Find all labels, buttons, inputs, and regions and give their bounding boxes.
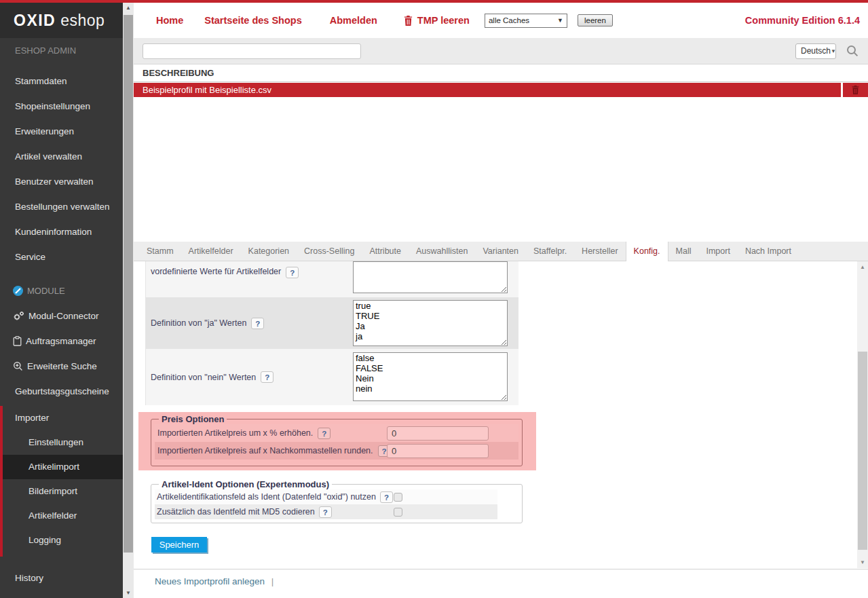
help-icon[interactable]: ? [286,267,299,278]
delete-profile-button[interactable] [843,83,868,97]
footer: Neues Importprofil anlegen | [155,576,273,586]
tab-konfig-active[interactable]: Konfig. [626,242,668,262]
tab-staffelpr[interactable]: Staffelpr. [526,242,574,261]
cache-select[interactable]: alle Caches ▼ [485,14,567,28]
shop-start-link[interactable]: Startseite des Shops [204,15,301,26]
tab-import[interactable]: Import [698,242,737,261]
oxid-admin-window: OXID eshop ESHOP ADMIN Stammdaten Shopei… [0,0,868,598]
sidebar-item-logging[interactable]: Logging [3,528,123,553]
tab-nach-import[interactable]: Nach Import [738,242,799,261]
sidebar-scrollbar[interactable]: ▲ ▼ [123,3,134,598]
sidebar-module-nav: Modul-Connector Auftragsmanager Erweiter… [0,303,123,404]
sidebar-item-einstellungen[interactable]: Einstellungen [3,430,123,455]
sidebar-item-label: Erweiterte Suche [27,354,97,379]
footer-separator: | [271,576,274,586]
profile-row: Beispielprofil mit Beispielliste.csv [134,83,868,97]
sidebar-item-artikelimport-active[interactable]: Artikelimport [3,455,123,479]
price-options-fieldset: Preis Optionen Importierten Artikelpreis… [151,414,523,466]
chevron-down-icon: ▼ [557,17,563,24]
sidebar-item-importer[interactable]: Importer [3,406,123,430]
nein-werte-textarea[interactable]: false FALSE Nein nein [353,352,508,401]
tab-varianten[interactable]: Varianten [475,242,526,261]
sidebar-item-benutzer-verwalten[interactable]: Benutzer verwalten [0,169,123,194]
price-options-legend: Preis Optionen [159,414,227,424]
search-bar: Deutsch ▼ [134,38,868,64]
clear-cache-button[interactable]: leeren [578,14,613,26]
sidebar-item-label: Modul-Connector [29,303,99,329]
preis-erhoehen-input[interactable] [387,426,489,441]
tab-stamm[interactable]: Stamm [139,242,181,261]
sidebar-module-header: MODULE [0,278,123,303]
ident-oxid-checkbox[interactable] [394,493,402,502]
sidebar: OXID eshop ESHOP ADMIN Stammdaten Shopei… [0,3,123,598]
help-icon[interactable]: ? [319,506,332,518]
sidebar-item-partial[interactable]: Exporter [0,591,123,598]
sidebar-section-label: ESHOP ADMIN [15,45,76,56]
search-input[interactable] [143,43,361,59]
content-scrollbar[interactable]: ▲ ▼ [857,261,868,568]
tab-auswahllisten[interactable]: Auswahllisten [409,242,475,261]
sidebar-item-kundeninformation[interactable]: Kundeninformation [0,219,123,244]
sidebar-scrollbar-thumb[interactable] [124,15,133,553]
tab-kategorien[interactable]: Kategorien [241,242,297,261]
scroll-up-icon[interactable]: ▲ [857,264,868,270]
sidebar-item-shopeinstellungen[interactable]: Shopeinstellungen [0,94,123,119]
logout-link[interactable]: Abmelden [330,15,377,26]
scroll-up-icon[interactable]: ▲ [123,5,134,11]
tab-mall[interactable]: Mall [668,242,699,261]
sidebar-item-geburtstagsgutscheine[interactable]: Geburtstagsgutscheine [0,379,123,404]
price-row-erhoehen: Importierten Artikelpreis um x % erhöhen… [155,424,518,442]
sidebar-item-label: Auftragsmanager [26,329,96,354]
profile-row-label[interactable]: Beispielprofil mit Beispielliste.csv [134,83,841,97]
trash-icon[interactable] [403,15,413,26]
tab-bar: Stamm Artikelfelder Kategorien Cross-Sel… [134,242,868,261]
save-button[interactable]: Speichern [151,537,207,553]
home-link[interactable]: Home [156,15,183,26]
module-header-label: MODULE [27,286,65,296]
ja-werte-textarea[interactable]: true TRUE Ja ja [353,300,508,346]
sidebar-item-artikel-verwalten[interactable]: Artikel verwalten [0,144,123,169]
sidebar-item-bilderimport[interactable]: Bilderimport [3,479,123,504]
oxid-logo[interactable]: OXID eshop [0,3,123,38]
list-column-header: BESCHREIBUNG [134,64,868,82]
tab-cross-selling[interactable]: Cross-Selling [297,242,362,261]
help-icon[interactable]: ? [261,371,273,383]
sidebar-item-erweiterte-suche[interactable]: Erweiterte Suche [0,354,123,379]
sidebar-item-bestellungen-verwalten[interactable]: Bestellungen verwalten [0,194,123,219]
new-import-profile-link[interactable]: Neues Importprofil anlegen [155,576,265,586]
sidebar-item-erweiterungen[interactable]: Erweiterungen [0,119,123,144]
content-scrollbar-thumb[interactable] [858,352,867,550]
help-icon[interactable]: ? [380,491,393,503]
scroll-down-icon[interactable]: ▼ [123,590,134,596]
sidebar-item-service[interactable]: Service [0,244,123,269]
field-label: Zusätzlich das Identfeld mit MD5 codiere… [157,507,315,517]
logo-text-bold: OXID [14,12,56,30]
sidebar-item-stammdaten[interactable]: Stammdaten [0,69,123,94]
form-row-ja-werte: Definition von "ja" Werten ? true TRUE J… [146,297,518,349]
sidebar-item-modul-connector[interactable]: Modul-Connector [0,303,123,329]
tab-attribute[interactable]: Attribute [362,242,409,261]
logo-text-light: eshop [60,12,105,30]
tmp-clear-label[interactable]: TMP leeren [417,15,470,26]
sidebar-item-auftragsmanager[interactable]: Auftragsmanager [0,329,123,354]
tab-artikelfelder[interactable]: Artikelfelder [181,242,241,261]
gears-icon [13,311,24,321]
field-label: Importierten Artikelpreis auf x Nachkomm… [157,446,373,455]
ident-row-oxid: Artikelidentifikationsfeld als Ident (Da… [155,489,497,504]
field-label: Artikelidentifikationsfeld als Ident (Da… [157,492,376,502]
tab-hersteller[interactable]: Hersteller [574,242,626,261]
help-icon[interactable]: ? [251,318,264,329]
sidebar-item-artikelfelder[interactable]: Artikelfelder [3,504,123,528]
nachkommastellen-input[interactable] [387,444,489,458]
sidebar-main-nav: Stammdaten Shopeinstellungen Erweiterung… [0,69,123,269]
ident-md5-checkbox[interactable] [394,508,402,517]
field-label: Definition von "nein" Werten [151,373,256,382]
sidebar-item-history[interactable]: History [0,566,123,591]
help-icon[interactable]: ? [318,428,331,439]
language-select-value: Deutsch [801,46,831,56]
search-icon[interactable] [846,45,858,57]
vordefinierte-werte-textarea[interactable] [353,261,508,293]
language-select[interactable]: Deutsch ▼ [795,43,836,59]
field-label: Importierten Artikelpreis um x % erhöhen… [157,428,313,438]
scroll-down-icon[interactable]: ▼ [857,559,868,565]
